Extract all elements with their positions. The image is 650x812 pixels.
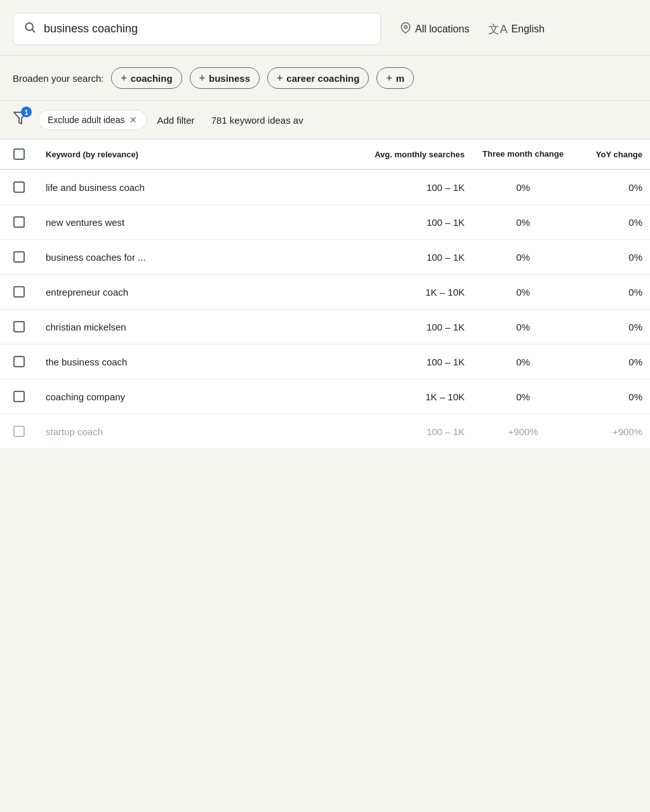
cell-keyword-3: entrepreneur coach <box>38 287 333 298</box>
cell-three-month-4: 0% <box>472 322 574 332</box>
search-icon <box>23 21 36 37</box>
cell-keyword-2: business coaches for ... <box>38 252 333 263</box>
row-checkbox-cell-5[interactable] <box>0 356 38 367</box>
row-checkbox-cell-2[interactable] <box>0 251 38 263</box>
cell-three-month-5: 0% <box>472 357 574 367</box>
chip-more[interactable]: + m <box>376 67 414 89</box>
cell-monthly-7: 100 – 1K <box>333 426 472 437</box>
cell-monthly-6: 1K – 10K <box>333 391 472 402</box>
row-checkbox-7[interactable] <box>13 426 25 437</box>
filter-icon-wrap[interactable]: 1 <box>13 110 28 129</box>
chip-career-coaching-label: career coaching <box>286 73 359 84</box>
cell-three-month-7: +900% <box>472 426 574 437</box>
cell-keyword-5: the business coach <box>38 357 333 367</box>
chip-coaching-label: coaching <box>131 73 173 84</box>
select-all-checkbox[interactable] <box>13 148 25 160</box>
select-all-cell[interactable] <box>0 148 38 160</box>
cell-three-month-0: 0% <box>472 182 574 193</box>
table-body: life and business coach 100 – 1K 0% 0% n… <box>0 170 650 449</box>
svg-point-2 <box>404 25 408 29</box>
table-row: startup coach 100 – 1K +900% +900% <box>0 414 650 449</box>
cell-three-month-1: 0% <box>472 217 574 228</box>
cell-monthly-2: 100 – 1K <box>333 252 472 263</box>
table-row: new ventures west 100 – 1K 0% 0% <box>0 205 650 240</box>
row-checkbox-2[interactable] <box>13 251 25 263</box>
row-checkbox-cell-4[interactable] <box>0 321 38 332</box>
row-checkbox-4[interactable] <box>13 321 25 332</box>
cell-monthly-1: 100 – 1K <box>333 217 472 228</box>
keyword-col-header: Keyword (by relevance) <box>38 148 333 160</box>
chip-career-coaching[interactable]: + career coaching <box>267 67 369 89</box>
cell-monthly-4: 100 – 1K <box>333 322 472 332</box>
table-row: entrepreneur coach 1K – 10K 0% 0% <box>0 275 650 310</box>
cell-keyword-4: christian mickelsen <box>38 322 333 332</box>
language-selector[interactable]: 文A English <box>488 22 545 37</box>
chip-coaching[interactable]: + coaching <box>111 67 182 89</box>
row-checkbox-cell-6[interactable] <box>0 391 38 402</box>
keywords-table: Keyword (by relevance) Avg. monthly sear… <box>0 140 650 449</box>
cell-three-month-6: 0% <box>472 391 574 402</box>
cell-monthly-0: 100 – 1K <box>333 182 472 193</box>
yoy-col-header: YoY change <box>574 148 650 160</box>
row-checkbox-3[interactable] <box>13 286 25 298</box>
cell-keyword-7: startup coach <box>38 426 333 437</box>
language-label: English <box>511 23 544 35</box>
cell-yoy-4: 0% <box>574 322 650 332</box>
chip-business[interactable]: + business <box>190 67 260 89</box>
table-row: the business coach 100 – 1K 0% 0% <box>0 344 650 379</box>
plus-icon: + <box>277 72 282 84</box>
cell-yoy-5: 0% <box>574 357 650 367</box>
table-row: christian mickelsen 100 – 1K 0% 0% <box>0 310 650 344</box>
filter-badge: 1 <box>21 107 32 117</box>
exclude-adult-chip[interactable]: Exclude adult ideas ✕ <box>38 110 147 130</box>
cell-yoy-6: 0% <box>574 391 650 402</box>
plus-icon: + <box>121 72 126 84</box>
plus-icon: + <box>386 72 392 84</box>
cell-yoy-2: 0% <box>574 252 650 263</box>
cell-keyword-1: new ventures west <box>38 217 333 228</box>
cell-monthly-5: 100 – 1K <box>333 357 472 367</box>
row-checkbox-cell-3[interactable] <box>0 286 38 298</box>
chip-more-label: m <box>396 73 404 84</box>
keyword-count: 781 keyword ideas av <box>211 115 303 126</box>
location-label: All locations <box>415 23 469 35</box>
broaden-label: Broaden your search: <box>13 73 103 84</box>
cell-yoy-3: 0% <box>574 287 650 298</box>
cell-three-month-2: 0% <box>472 252 574 263</box>
row-checkbox-cell-7[interactable] <box>0 426 38 437</box>
cell-yoy-0: 0% <box>574 182 650 193</box>
cell-monthly-3: 1K – 10K <box>333 287 472 298</box>
cell-three-month-3: 0% <box>472 287 574 298</box>
cell-yoy-7: +900% <box>574 426 650 437</box>
monthly-col-header: Avg. monthly searches <box>333 148 472 160</box>
add-filter-button[interactable]: Add filter <box>157 115 194 126</box>
exclude-close-icon[interactable]: ✕ <box>129 115 137 125</box>
row-checkbox-1[interactable] <box>13 216 25 228</box>
search-box[interactable]: business coaching <box>13 13 381 45</box>
svg-line-1 <box>32 30 35 32</box>
translate-icon: 文A <box>488 22 507 37</box>
row-checkbox-6[interactable] <box>13 391 25 402</box>
cell-keyword-6: coaching company <box>38 391 333 402</box>
cell-yoy-1: 0% <box>574 217 650 228</box>
row-checkbox-cell-0[interactable] <box>0 181 38 193</box>
exclude-adult-label: Exclude adult ideas <box>48 115 124 125</box>
table-header: Keyword (by relevance) Avg. monthly sear… <box>0 140 650 170</box>
search-value: business coaching <box>44 22 138 36</box>
top-bar: business coaching All locations 文A Engli… <box>0 0 650 56</box>
table-row: business coaches for ... 100 – 1K 0% 0% <box>0 240 650 275</box>
row-checkbox-cell-1[interactable] <box>0 216 38 228</box>
row-checkbox-5[interactable] <box>13 356 25 367</box>
location-selector[interactable]: All locations <box>400 22 469 36</box>
chip-business-label: business <box>209 73 250 84</box>
broaden-section: Broaden your search: + coaching + busine… <box>0 56 650 101</box>
three-month-col-header: Three month change <box>472 148 574 160</box>
filter-section: 1 Exclude adult ideas ✕ Add filter 781 k… <box>0 101 650 140</box>
location-pin-icon <box>400 22 411 36</box>
table-row: life and business coach 100 – 1K 0% 0% <box>0 170 650 205</box>
cell-keyword-0: life and business coach <box>38 182 333 193</box>
table-row: coaching company 1K – 10K 0% 0% <box>0 379 650 414</box>
row-checkbox-0[interactable] <box>13 181 25 193</box>
plus-icon: + <box>199 72 205 84</box>
